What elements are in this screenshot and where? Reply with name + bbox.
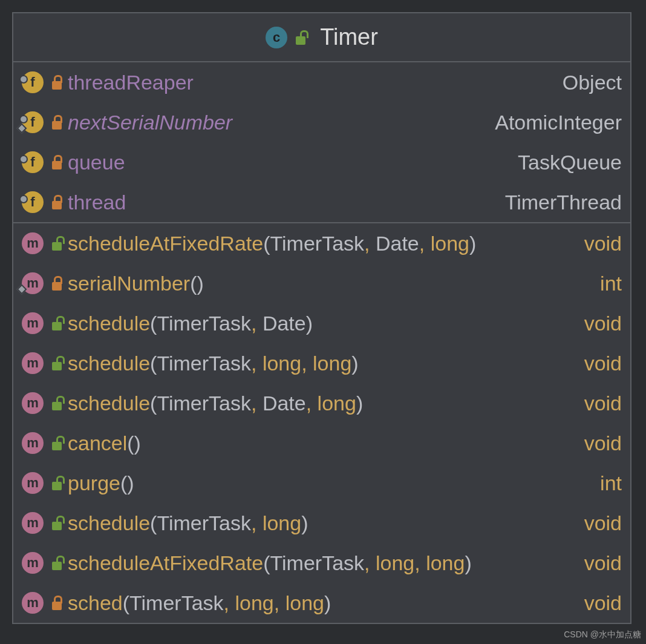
method-row[interactable]: msched(TimerTask, long, long)void	[13, 583, 630, 623]
lock-icon	[51, 195, 63, 209]
unlock-icon	[51, 236, 63, 251]
lock-icon	[51, 276, 63, 291]
fields-section: fthreadReaperObjectfnextSerialNumberAtom…	[13, 62, 630, 222]
method-row[interactable]: mscheduleAtFixedRate(TimerTask, long, lo…	[13, 543, 630, 583]
method-signature: schedule(TimerTask, Date, long)	[68, 392, 575, 415]
method-signature: schedule(TimerTask, long)	[68, 511, 575, 535]
method-row[interactable]: mschedule(TimerTask, Date, long)void	[13, 383, 630, 423]
method-signature: schedule(TimerTask, Date)	[68, 312, 575, 335]
visibility-col	[46, 236, 68, 251]
method-row[interactable]: mcancel()void	[13, 423, 630, 463]
member-kind-col: f	[19, 111, 46, 133]
method-icon: m	[22, 392, 44, 414]
method-return-type: int	[600, 472, 622, 495]
member-kind-col: f	[19, 191, 46, 213]
method-return-type: void	[584, 312, 622, 335]
method-row[interactable]: mschedule(TimerTask, long)void	[13, 503, 630, 543]
lock-icon	[51, 75, 63, 90]
visibility-col	[46, 356, 68, 370]
method-icon: m	[22, 312, 44, 334]
method-row[interactable]: mserialNumber()int	[13, 263, 630, 303]
field-type: AtomicInteger	[495, 111, 622, 134]
methods-section: mscheduleAtFixedRate(TimerTask, Date, lo…	[13, 223, 630, 623]
unlock-icon	[51, 396, 63, 410]
member-kind-col: m	[19, 472, 46, 494]
visibility-col	[46, 155, 68, 169]
field-row[interactable]: fnextSerialNumberAtomicInteger	[13, 102, 630, 142]
method-return-type: void	[584, 551, 622, 575]
field-name: nextSerialNumber	[68, 111, 485, 134]
field-name: threadReaper	[68, 71, 553, 94]
pin-icon	[19, 195, 28, 203]
method-return-type: void	[584, 392, 622, 415]
method-return-type: int	[600, 272, 622, 295]
method-signature: schedule(TimerTask, long, long)	[68, 352, 575, 375]
pin-icon	[19, 115, 28, 123]
method-row[interactable]: mschedule(TimerTask, long, long)void	[13, 343, 630, 383]
method-icon: m	[22, 432, 44, 454]
member-kind-col: m	[19, 432, 46, 454]
member-kind-col: m	[19, 352, 46, 374]
visibility-col	[46, 596, 68, 610]
field-row[interactable]: fqueueTaskQueue	[13, 142, 630, 182]
member-kind-col: m	[19, 312, 46, 334]
field-type: Object	[563, 71, 622, 94]
watermark: CSDN @水中加点糖	[564, 629, 641, 640]
field-row[interactable]: fthreadReaperObject	[13, 62, 630, 102]
method-return-type: void	[584, 232, 622, 255]
unlock-icon	[51, 316, 63, 330]
method-icon: m	[22, 592, 44, 614]
method-icon: m	[22, 552, 44, 574]
method-icon: m	[22, 232, 44, 254]
method-signature: scheduleAtFixedRate(TimerTask, long, lon…	[68, 551, 575, 575]
member-kind-col: m	[19, 232, 46, 254]
method-return-type: void	[584, 352, 622, 375]
field-name: queue	[68, 151, 508, 174]
member-kind-col: f	[19, 151, 46, 173]
lock-icon	[51, 115, 63, 130]
pin-icon	[19, 155, 28, 163]
class-header: c Timer	[13, 13, 630, 62]
lock-icon	[51, 155, 63, 169]
method-signature: sched(TimerTask, long, long)	[68, 591, 575, 615]
field-row[interactable]: fthreadTimerThread	[13, 182, 630, 222]
field-type: TaskQueue	[518, 151, 622, 174]
pin-icon	[19, 75, 28, 84]
visibility-col	[46, 316, 68, 330]
method-signature: purge()	[68, 472, 590, 495]
field-name: thread	[68, 191, 495, 214]
unlock-icon	[51, 476, 63, 490]
member-kind-col: m	[19, 552, 46, 574]
method-row[interactable]: mschedule(TimerTask, Date)void	[13, 303, 630, 343]
method-signature: serialNumber()	[68, 272, 590, 295]
visibility-col	[46, 516, 68, 530]
class-icon: c	[266, 27, 287, 48]
method-return-type: void	[584, 432, 622, 455]
unlock-icon	[51, 556, 63, 570]
lock-icon	[51, 596, 63, 610]
unlock-icon	[51, 356, 63, 370]
visibility-col	[46, 276, 68, 291]
method-return-type: void	[584, 591, 622, 615]
class-name: Timer	[320, 24, 378, 50]
unlock-icon	[51, 516, 63, 530]
member-kind-col: m	[19, 392, 46, 414]
unlock-icon	[51, 436, 63, 450]
member-kind-col: f	[19, 71, 46, 93]
method-row[interactable]: mpurge()int	[13, 463, 630, 503]
member-kind-col: m	[19, 512, 46, 534]
class-structure-panel: c Timer fthreadReaperObjectfnextSerialNu…	[12, 12, 631, 624]
member-kind-col: m	[19, 592, 46, 614]
method-signature: scheduleAtFixedRate(TimerTask, Date, lon…	[68, 232, 575, 255]
visibility-col	[46, 115, 68, 130]
method-row[interactable]: mscheduleAtFixedRate(TimerTask, Date, lo…	[13, 223, 630, 263]
visibility-col	[46, 75, 68, 90]
visibility-col	[46, 396, 68, 410]
visibility-col	[46, 436, 68, 450]
visibility-col	[46, 476, 68, 490]
visibility-col	[46, 556, 68, 570]
field-type: TimerThread	[505, 191, 622, 214]
member-kind-col: m	[19, 272, 46, 294]
method-icon: m	[22, 512, 44, 534]
method-signature: cancel()	[68, 432, 575, 455]
